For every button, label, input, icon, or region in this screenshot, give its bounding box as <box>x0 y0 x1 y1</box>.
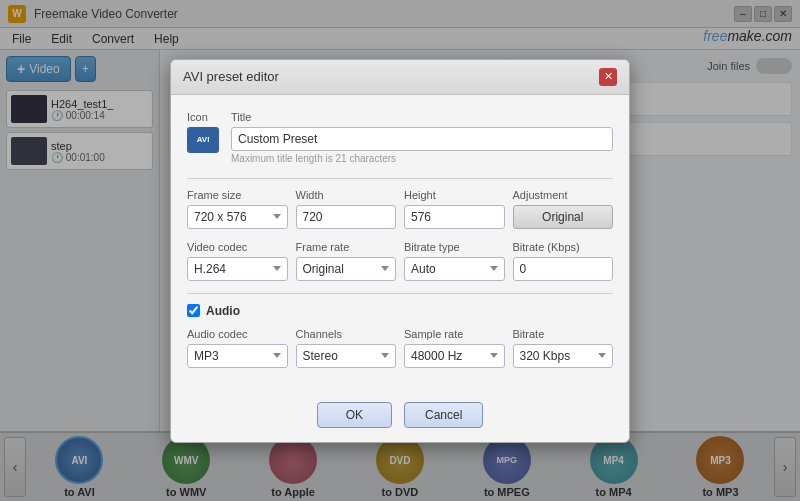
video-codec-select[interactable]: H.264 <box>187 257 288 281</box>
bitrate-kbps-col: Bitrate (Kbps) <box>513 241 614 281</box>
video-codec-row: Video codec H.264 Frame rate Original Bi… <box>187 241 613 281</box>
audio-codec-row: Audio codec MP3 Channels Stereo Sample r… <box>187 328 613 368</box>
separator-2 <box>187 293 613 294</box>
title-label: Title <box>231 111 613 123</box>
adjustment-label: Adjustment <box>513 189 614 201</box>
height-label: Height <box>404 189 505 201</box>
modal-header: AVI preset editor ✕ <box>171 60 629 95</box>
separator-1 <box>187 178 613 179</box>
audio-bitrate-col: Bitrate 320 Kbps <box>513 328 614 368</box>
adjustment-col: Adjustment Original <box>513 189 614 229</box>
bitrate-kbps-input[interactable] <box>513 257 614 281</box>
video-codec-label: Video codec <box>187 241 288 253</box>
channels-label: Channels <box>296 328 397 340</box>
modal-title: AVI preset editor <box>183 69 279 84</box>
height-col: Height <box>404 189 505 229</box>
icon-col: Icon AVI <box>187 111 219 153</box>
frame-size-row: Frame size 720 x 576 Width Height Adjust… <box>187 189 613 229</box>
modal-body: Icon AVI Title Maximum title length is 2… <box>171 95 629 392</box>
width-col: Width <box>296 189 397 229</box>
modal-footer: OK Cancel <box>171 392 629 442</box>
bitrate-type-col: Bitrate type Auto <box>404 241 505 281</box>
modal-close-button[interactable]: ✕ <box>599 68 617 86</box>
frame-size-select[interactable]: 720 x 576 <box>187 205 288 229</box>
audio-checkbox[interactable] <box>187 304 200 317</box>
width-input[interactable] <box>296 205 397 229</box>
video-codec-col: Video codec H.264 <box>187 241 288 281</box>
sample-rate-label: Sample rate <box>404 328 505 340</box>
icon-preview: AVI <box>187 127 219 153</box>
audio-codec-select[interactable]: MP3 <box>187 344 288 368</box>
cancel-button[interactable]: Cancel <box>404 402 483 428</box>
icon-title-row: Icon AVI Title Maximum title length is 2… <box>187 111 613 164</box>
channels-select[interactable]: Stereo <box>296 344 397 368</box>
frame-size-label: Frame size <box>187 189 288 201</box>
width-label: Width <box>296 189 397 201</box>
bitrate-type-select[interactable]: Auto <box>404 257 505 281</box>
modal-avi-editor: AVI preset editor ✕ Icon AVI Title Maxim… <box>170 59 630 443</box>
channels-col: Channels Stereo <box>296 328 397 368</box>
frame-rate-label: Frame rate <box>296 241 397 253</box>
title-hint: Maximum title length is 21 characters <box>231 153 613 164</box>
modal-overlay: AVI preset editor ✕ Icon AVI Title Maxim… <box>0 0 800 501</box>
audio-label[interactable]: Audio <box>206 304 240 318</box>
bitrate-kbps-label: Bitrate (Kbps) <box>513 241 614 253</box>
preset-title-input[interactable] <box>231 127 613 151</box>
title-col: Title Maximum title length is 21 charact… <box>231 111 613 164</box>
audio-checkbox-row: Audio <box>187 304 613 318</box>
height-input[interactable] <box>404 205 505 229</box>
sample-rate-select[interactable]: 48000 Hz <box>404 344 505 368</box>
audio-codec-label: Audio codec <box>187 328 288 340</box>
frame-rate-col: Frame rate Original <box>296 241 397 281</box>
frame-rate-select[interactable]: Original <box>296 257 397 281</box>
frame-size-col: Frame size 720 x 576 <box>187 189 288 229</box>
sample-rate-col: Sample rate 48000 Hz <box>404 328 505 368</box>
audio-bitrate-select[interactable]: 320 Kbps <box>513 344 614 368</box>
bitrate-type-label: Bitrate type <box>404 241 505 253</box>
adjustment-button[interactable]: Original <box>513 205 614 229</box>
audio-bitrate-label: Bitrate <box>513 328 614 340</box>
ok-button[interactable]: OK <box>317 402 392 428</box>
audio-codec-col: Audio codec MP3 <box>187 328 288 368</box>
icon-label: Icon <box>187 111 219 123</box>
